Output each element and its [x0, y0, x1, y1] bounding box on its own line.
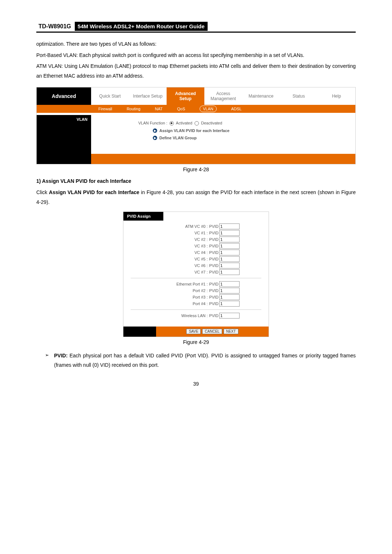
tab-access-management[interactable]: Access Management	[204, 90, 242, 103]
pvid-text: PVID	[209, 250, 219, 255]
tab-quick-start[interactable]: Quick Start	[91, 92, 129, 100]
link-define-vlan-group[interactable]: ▶ Define VLAN Group	[95, 136, 352, 140]
pvid-label: VC #2 :	[195, 237, 208, 242]
figure-4-28: Advanced Quick Start Interface Setup Adv…	[36, 87, 356, 164]
fig1-footer-right	[91, 154, 355, 164]
pvid-label: Port #3 :	[193, 295, 208, 299]
pvid-input-atm6[interactable]	[219, 263, 240, 268]
pvid-wlan-input[interactable]	[219, 313, 240, 319]
tab-status[interactable]: Status	[280, 92, 318, 100]
fig2-footer-left	[123, 327, 156, 337]
pvid-row-atm5: VC #5 :PVID	[131, 256, 261, 262]
pvid-text: PVID	[209, 244, 219, 248]
pvid-text: PVID	[209, 231, 219, 235]
pvid-text: PVID	[209, 313, 219, 318]
arrow-right-icon: ▶	[153, 128, 157, 133]
fig1-page-title: Advanced	[37, 87, 91, 105]
pvid-text: PVID	[209, 282, 219, 286]
pvid-input-atm7[interactable]	[219, 269, 240, 275]
pvid-row-eth1: Port #2 :PVID	[131, 288, 261, 294]
section-1-body: Click Assign VLAN PVID for each Interfac…	[36, 188, 356, 207]
header-model: TD-W8901G	[36, 22, 73, 30]
radio-deactivated-label: Deactivated	[201, 121, 222, 125]
pvid-input-atm2[interactable]	[219, 237, 240, 242]
bullet-marker-icon: ➢	[45, 351, 49, 370]
tab-advanced-setup[interactable]: Advanced Setup	[167, 87, 204, 105]
pvid-input-atm0[interactable]	[219, 223, 240, 229]
pvid-input-atm3[interactable]	[219, 243, 240, 249]
subtab-vlan[interactable]: VLAN	[192, 105, 224, 113]
pvid-label: VC #6 :	[195, 263, 208, 268]
pvid-label: Ethernet Port #1 :	[176, 282, 208, 286]
subtab-adsl[interactable]: ADSL	[224, 105, 249, 113]
pvid-input-atm5[interactable]	[219, 256, 240, 262]
pvid-row-eth0: Ethernet Port #1 :PVID	[131, 281, 261, 287]
subtab-routing[interactable]: Routing	[119, 105, 148, 113]
paragraph-3: ATM VLAN: Using LAN Emulation (LANE) pro…	[36, 61, 356, 81]
pvid-text: PVID	[209, 301, 219, 306]
cancel-button[interactable]: CANCEL	[202, 329, 222, 334]
next-button[interactable]: NEXT	[224, 329, 238, 334]
arrow-right-icon: ▶	[153, 136, 157, 140]
paragraph-2: Port-Based VLAN: Each physical switch po…	[36, 50, 356, 60]
tab-help[interactable]: Help	[318, 92, 355, 100]
pvid-wlan-row: Wireless LAN : PVID	[131, 313, 261, 319]
pvid-input-eth2[interactable]	[219, 294, 240, 300]
fig2-header-spacer	[163, 212, 269, 221]
divider-1	[131, 278, 261, 278]
figure-4-29: PVID Assign ATM VC #0 :PVIDVC #1 :PVIDVC…	[123, 212, 269, 337]
pvid-row-atm1: VC #1 :PVID	[131, 230, 261, 236]
pvid-input-atm1[interactable]	[219, 230, 240, 236]
radio-activated-label: Activated	[176, 121, 192, 125]
pvid-row-eth3: Port #4 :PVID	[131, 301, 261, 307]
pvid-input-atm4[interactable]	[219, 250, 240, 255]
s1-bold: Assign VLAN PVID for each Interface	[49, 189, 139, 195]
fig2-footer-right: SAVE CANCEL NEXT	[156, 327, 269, 337]
pvid-text: PVID	[209, 263, 219, 268]
subtab-qos[interactable]: QoS	[170, 105, 192, 113]
pvid-label: VC #5 :	[195, 257, 208, 261]
save-button[interactable]: SAVE	[186, 329, 201, 334]
radio-activated[interactable]	[170, 121, 174, 126]
fig1-subtabs: Firewall Routing NAT QoS VLAN ADSL	[37, 105, 355, 113]
pvid-row-eth2: Port #3 :PVID	[131, 294, 261, 300]
pvid-wlan-label: Wireless LAN :	[181, 313, 208, 318]
fig1-subtabs-spacer	[37, 105, 91, 113]
pvid-text: PVID	[209, 295, 219, 299]
pvid-row-atm3: VC #3 :PVID	[131, 243, 261, 249]
caption-fig428: Figure 4-28	[36, 167, 356, 172]
section-1-heading: 1) Assign VLAN PVID for each Interface	[36, 178, 356, 184]
bullet-content: PVID: Each physical port has a default V…	[54, 351, 356, 370]
pvid-label: Port #4 :	[193, 301, 208, 306]
pvid-label: VC #4 :	[195, 250, 208, 255]
fig1-section-content: VLAN Function : Activated Deactivated ▶ …	[91, 115, 355, 154]
pvid-text: PVID	[209, 270, 219, 274]
link-assign-pvid-label: Assign VLAN PVID for each Interface	[159, 128, 229, 133]
subtab-nat[interactable]: NAT	[148, 105, 170, 113]
radio-deactivated[interactable]	[195, 121, 199, 126]
header-title: 54M Wireless ADSL2+ Modem Router User Gu…	[75, 22, 208, 31]
pvid-label: ATM VC #0 :	[185, 224, 208, 229]
page-header: TD-W8901G 54M Wireless ADSL2+ Modem Rout…	[36, 22, 356, 33]
pvid-label: Port #2 :	[193, 288, 208, 293]
pvid-row-atm2: VC #2 :PVID	[131, 237, 261, 242]
pvid-text: PVID	[209, 237, 219, 242]
subtab-vlan-label: VLAN	[200, 106, 217, 112]
caption-fig429: Figure 4-29	[36, 339, 356, 345]
pvid-input-eth1[interactable]	[219, 288, 240, 294]
fig1-footer	[37, 154, 355, 164]
pvid-input-eth3[interactable]	[219, 301, 240, 307]
vlan-function-label: VLAN Function :	[138, 121, 167, 125]
bullet-text: Each physical port has a default VID cal…	[54, 353, 356, 368]
pvid-input-eth0[interactable]	[219, 281, 240, 287]
page-number: 39	[36, 381, 356, 387]
tab-interface-setup[interactable]: Interface Setup	[129, 92, 167, 100]
divider-2	[131, 309, 261, 310]
fig1-vlan-section: VLAN VLAN Function : Activated Deactivat…	[37, 115, 355, 154]
subtab-firewall[interactable]: Firewall	[91, 105, 119, 113]
tab-maintenance[interactable]: Maintenance	[242, 92, 280, 100]
link-assign-pvid[interactable]: ▶ Assign VLAN PVID for each Interface	[95, 128, 352, 133]
bullet-pvid: ➢ PVID: Each physical port has a default…	[36, 351, 356, 370]
paragraph-1: optimization. There are two types of VLA…	[36, 39, 356, 49]
pvid-text: PVID	[209, 257, 219, 261]
